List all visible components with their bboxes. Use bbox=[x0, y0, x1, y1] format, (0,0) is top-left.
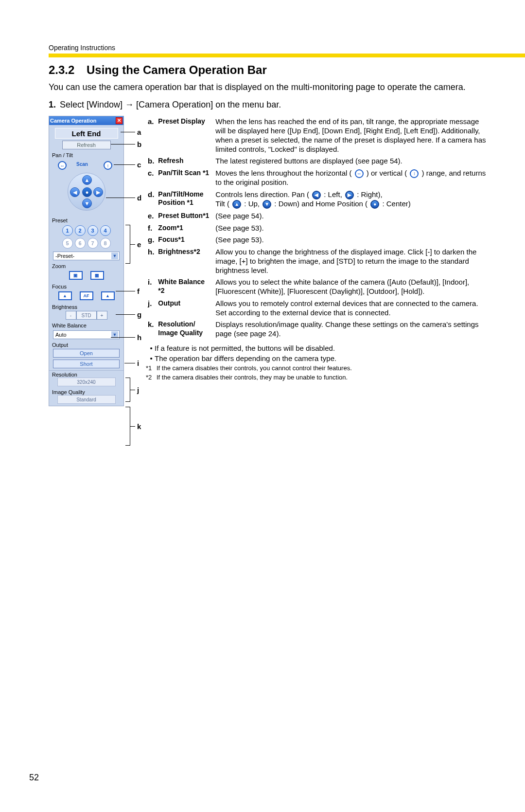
def-f-term: Zoom*1 bbox=[156, 222, 213, 235]
preset-7-button[interactable]: 7 bbox=[88, 238, 98, 249]
def-d-1a: Controls lens direction. Pan ( bbox=[215, 190, 311, 198]
def-k-letter: k. bbox=[146, 319, 156, 340]
def-h-letter: h. bbox=[146, 246, 156, 276]
def-c-letter: c. bbox=[146, 167, 156, 189]
pan-tilt-label: Pan / Tilt bbox=[49, 151, 123, 158]
white-balance-value: Auto bbox=[55, 332, 67, 338]
pan-tilt-area: ↔ Scan ↕ ▲ ▼ ◀ ▶ ● bbox=[49, 158, 123, 217]
def-g-letter: g. bbox=[146, 234, 156, 246]
def-d-2d: : Center) bbox=[380, 199, 411, 208]
footnote-2: *2If the camera disables their controls,… bbox=[146, 374, 491, 381]
focus-near-button[interactable]: ▲ bbox=[58, 291, 72, 300]
white-balance-dropdown[interactable]: Auto ▼ bbox=[53, 330, 120, 339]
home-position-button[interactable]: ● bbox=[82, 187, 92, 197]
section-heading: 2.3.2Using the Camera Operation Bar bbox=[49, 63, 491, 77]
def-j-desc: Allows you to remotely control external … bbox=[213, 298, 491, 319]
vertical-scan-icon: ↕ bbox=[410, 169, 419, 178]
autofocus-button[interactable]: AF bbox=[80, 291, 93, 300]
def-f-desc: (See page 53). bbox=[213, 222, 491, 235]
brightness-std-button[interactable]: STD bbox=[76, 311, 97, 320]
window-titlebar[interactable]: Camera Operation ✕ bbox=[49, 116, 123, 125]
def-d-2a: Tilt ( bbox=[215, 199, 231, 208]
image-quality-value: Standard bbox=[57, 395, 116, 404]
preset-buttons: 1 2 3 4 5 6 7 8 bbox=[49, 223, 123, 250]
brightness-plus-button[interactable]: + bbox=[97, 311, 107, 320]
callout-i: i bbox=[137, 359, 139, 367]
pan-left-button[interactable]: ◀ bbox=[70, 187, 80, 197]
callout-e: e bbox=[137, 240, 141, 249]
tilt-up-button[interactable]: ▲ bbox=[82, 175, 92, 185]
scan-horizontal-icon[interactable]: ↔ bbox=[58, 161, 67, 170]
zoom-in-button[interactable]: ▦ bbox=[90, 271, 104, 280]
preset-8-button[interactable]: 8 bbox=[100, 238, 111, 249]
def-i-term: White Balance *2 bbox=[156, 276, 213, 298]
image-quality-label: Image Quality bbox=[49, 388, 123, 395]
output-short-button[interactable]: Short bbox=[53, 360, 120, 368]
tilt-down-button[interactable]: ▼ bbox=[82, 198, 92, 208]
def-d-desc: Controls lens direction. Pan ( ◀ : Left,… bbox=[213, 189, 491, 210]
close-icon[interactable]: ✕ bbox=[116, 117, 122, 124]
callout-b: b bbox=[137, 140, 141, 148]
preset-3-button[interactable]: 3 bbox=[88, 225, 98, 236]
def-d-term: Pan/Tilt/Home Position *1 bbox=[156, 189, 213, 210]
step-number: 1. bbox=[49, 100, 56, 109]
preset-6-button[interactable]: 6 bbox=[75, 238, 86, 249]
output-open-button[interactable]: Open bbox=[53, 349, 120, 358]
footnote-2-label: *2 bbox=[146, 374, 157, 381]
def-d-1b: : Left, bbox=[322, 190, 344, 198]
brightness-controls: - STD + bbox=[49, 310, 123, 322]
home-center-icon: ● bbox=[370, 200, 379, 209]
running-header: Operating Instructions bbox=[49, 44, 115, 52]
def-i-desc: Allows you to select the white balance o… bbox=[213, 276, 491, 298]
preset-5-button[interactable]: 5 bbox=[62, 238, 73, 249]
def-b-letter: b. bbox=[146, 155, 156, 167]
resolution-value: 320x240 bbox=[57, 378, 116, 386]
def-h-term: Brightness*2 bbox=[156, 246, 213, 276]
page-number: 52 bbox=[29, 773, 39, 783]
camera-operation-panel-figure: Camera Operation ✕ Left End Refresh Pan … bbox=[49, 116, 131, 406]
note-bullet-1: If a feature is not permitted, the butto… bbox=[155, 344, 491, 352]
def-c-pre: Moves the lens throughout the horizontal… bbox=[215, 169, 353, 177]
output-label: Output bbox=[49, 341, 123, 348]
preset-4-button[interactable]: 4 bbox=[100, 225, 111, 236]
section-title-text: Using the Camera Operation Bar bbox=[87, 63, 267, 76]
def-j-term: Output bbox=[156, 298, 213, 319]
def-j-letter: j. bbox=[146, 298, 156, 319]
footnote-1-label: *1 bbox=[146, 364, 157, 372]
def-d-2c: : Down) and Home Position ( bbox=[272, 199, 369, 208]
def-c-term: Pan/Tilt Scan *1 bbox=[156, 167, 213, 189]
scan-vertical-icon[interactable]: ↕ bbox=[104, 161, 112, 170]
zoom-out-button[interactable]: ▣ bbox=[69, 271, 83, 280]
pan-right-icon: ▶ bbox=[345, 191, 354, 199]
notes-list: If a feature is not permitted, the butto… bbox=[146, 344, 491, 362]
refresh-button[interactable]: Refresh bbox=[62, 141, 111, 149]
definitions-column: a. Preset Display When the lens has reac… bbox=[146, 116, 491, 381]
def-a-letter: a. bbox=[146, 116, 156, 155]
callout-a: a bbox=[137, 128, 141, 136]
brightness-minus-button[interactable]: - bbox=[66, 311, 76, 320]
def-c-mid: ) or vertical ( bbox=[365, 169, 409, 177]
preset-display: Left End bbox=[55, 128, 118, 139]
step-1: 1.Select [Window] → [Camera Operation] o… bbox=[49, 100, 491, 110]
callout-k: k bbox=[137, 422, 141, 431]
preset-2-button[interactable]: 2 bbox=[75, 225, 86, 236]
preset-dropdown[interactable]: -Preset- ▼ bbox=[53, 252, 120, 260]
def-k-desc: Displays resolution/image quality. Chang… bbox=[213, 319, 491, 340]
def-e-desc: (See page 54). bbox=[213, 210, 491, 222]
preset-label: Preset bbox=[49, 217, 123, 223]
brightness-label: Brightness bbox=[49, 303, 123, 310]
def-a-desc: When the lens has reached the end of its… bbox=[213, 116, 491, 155]
pan-right-button[interactable]: ▶ bbox=[93, 187, 103, 197]
step-text-b: [Camera Operation] on the menu bar. bbox=[134, 100, 281, 109]
def-d-2b: : Up, bbox=[242, 199, 262, 208]
focus-far-button[interactable]: ▲ bbox=[101, 291, 115, 300]
preset-1-button[interactable]: 1 bbox=[62, 225, 73, 236]
def-d-1c: : Right), bbox=[355, 190, 383, 198]
footnote-1-text: If the camera disables their controls, y… bbox=[157, 364, 352, 372]
camera-operation-window: Camera Operation ✕ Left End Refresh Pan … bbox=[49, 116, 124, 406]
callout-h: h bbox=[137, 333, 141, 342]
resolution-label: Resolution bbox=[49, 371, 123, 378]
tilt-up-icon: ▲ bbox=[232, 200, 241, 209]
step-text-a: Select [Window] bbox=[60, 100, 125, 109]
callout-c: c bbox=[137, 161, 141, 169]
